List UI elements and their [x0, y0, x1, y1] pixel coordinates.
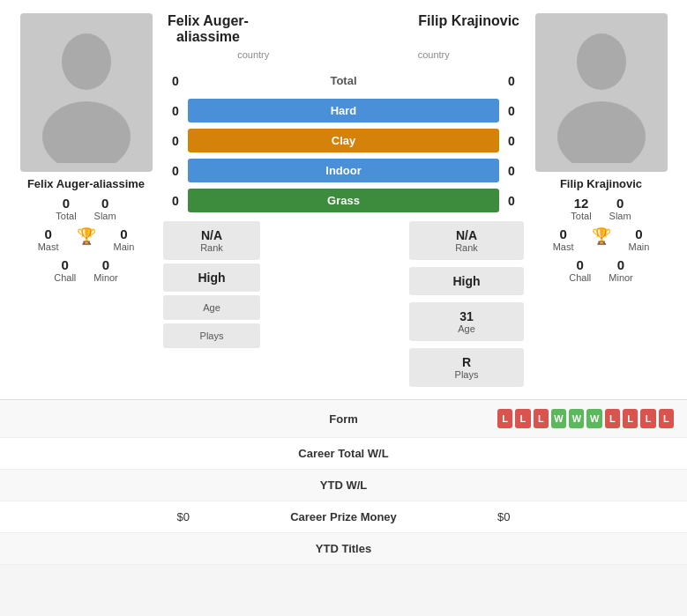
right-high-value: High [416, 274, 517, 288]
form-badge-l: L [497, 409, 512, 428]
surface-row-grass: 0 Grass 0 [163, 187, 524, 214]
right-rank-box: N/A Rank [409, 221, 524, 260]
left-plays-box: Plays [163, 323, 260, 348]
stat-slam-left: 0 Slam [94, 196, 116, 221]
stat-chall-right: 0 Chall [569, 257, 591, 283]
country-row: country country [163, 49, 524, 60]
stat-mast-right-value: 0 [559, 226, 566, 241]
score-grass-right: 0 [499, 194, 524, 208]
player-right-stats-row1: 12 Total 0 Slam [571, 196, 631, 221]
score-total-left: 0 [163, 74, 188, 88]
player-left-name: Felix Auger-aliassime [27, 177, 145, 190]
form-badge-l: L [605, 409, 620, 428]
form-badge-l: L [534, 409, 549, 428]
right-plays-value: R [416, 355, 517, 369]
stat-slam-right: 0 Slam [609, 196, 631, 221]
surface-row-clay: 0 Clay 0 [163, 127, 524, 154]
form-badge-l: L [515, 409, 530, 428]
player-left-name-center: Felix Auger-aliassime [168, 13, 249, 45]
info-boxes-row: N/A Rank High Age Plays [163, 221, 524, 390]
stat-slam-left-label: Slam [94, 211, 116, 221]
player-right: Filip Krajinovic 12 Total 0 Slam 0 Mast … [524, 13, 678, 390]
player-left-stats-row2: 0 Mast 🏆 0 Main [38, 226, 135, 252]
score-indoor-left: 0 [163, 164, 188, 178]
right-age-box: 31 Age [409, 302, 524, 341]
surface-scores: 0 Total 0 0 Hard 0 0 Clay 0 [163, 67, 524, 214]
stat-slam-right-value: 0 [616, 196, 624, 211]
score-hard-left: 0 [163, 104, 188, 118]
career-wl-label: Career Total W/L [190, 447, 497, 460]
player-right-name-center: Filip Krajinovic [418, 13, 519, 45]
score-clay-right: 0 [499, 134, 524, 148]
stat-total-left-label: Total [56, 211, 76, 221]
right-plays-label: Plays [416, 369, 517, 380]
stat-chall-right-value: 0 [577, 257, 584, 272]
player-right-name: Filip Krajinovic [560, 177, 642, 190]
stat-minor-right-value: 0 [617, 257, 624, 272]
stat-main-left: 0 Main [114, 226, 135, 252]
left-rank-value: N/A [172, 228, 251, 242]
surface-hard-badge: Hard [188, 99, 499, 122]
player-left-stats-row3: 0 Chall 0 Minor [54, 257, 118, 283]
player-right-stats-row3: 0 Chall 0 Minor [569, 257, 633, 283]
form-label: Form [190, 412, 497, 426]
career-prize-label: Career Prize Money [190, 510, 497, 523]
stat-main-right-value: 0 [635, 226, 642, 241]
career-prize-left: $0 [13, 510, 190, 523]
right-high-box: High [409, 267, 524, 295]
stat-slam-left-value: 0 [101, 196, 108, 211]
players-section: Felix Auger-aliassime 0 Total 0 Slam 0 M… [0, 0, 687, 399]
career-wl-row: Career Total W/L [0, 438, 687, 470]
bottom-section: Form LLLWWWLLLL Career Total W/L YTD W/L… [0, 399, 687, 565]
surface-indoor-badge: Indoor [188, 159, 499, 182]
player-left-avatar [20, 13, 153, 172]
player-right-avatar [535, 13, 668, 172]
stat-chall-left-value: 0 [62, 257, 69, 272]
stat-chall-left-label: Chall [54, 272, 76, 283]
stat-total-right: 12 Total [571, 196, 591, 221]
surface-row-hard: 0 Hard 0 [163, 97, 524, 124]
score-grass-left: 0 [163, 194, 188, 208]
score-indoor-right: 0 [499, 164, 524, 178]
stat-chall-right-label: Chall [569, 272, 591, 283]
trophy-right-icon: 🏆 [592, 226, 611, 246]
left-age-box: Age [163, 295, 260, 320]
right-plays-box: R Plays [409, 348, 524, 387]
stat-total-right-label: Total [571, 211, 591, 221]
left-high-box: High [163, 263, 260, 292]
form-row: Form LLLWWWLLLL [0, 400, 687, 438]
svg-point-0 [62, 33, 111, 90]
surface-grass-badge: Grass [188, 189, 499, 212]
country-right: country [418, 49, 450, 60]
stat-minor-left-label: Minor [93, 272, 118, 283]
country-left: country [237, 49, 269, 60]
score-total-right: 0 [499, 74, 524, 88]
main-container: Felix Auger-aliassime 0 Total 0 Slam 0 M… [0, 0, 687, 565]
form-badge-l: L [623, 409, 638, 428]
stat-minor-right-label: Minor [609, 272, 633, 283]
center-area: Felix Auger-aliassime Filip Krajinovic c… [163, 13, 524, 390]
left-rank-label: Rank [172, 242, 251, 253]
career-prize-right: $0 [497, 510, 674, 523]
stat-minor-left: 0 Minor [93, 257, 118, 283]
form-badge-l: L [659, 409, 674, 428]
stat-mast-left-value: 0 [44, 226, 51, 241]
stat-main-left-label: Main [114, 241, 135, 252]
score-hard-right: 0 [499, 104, 524, 118]
ytd-titles-label: YTD Titles [190, 542, 497, 555]
form-badges: LLLWWWLLLL [497, 409, 674, 428]
stat-main-left-value: 0 [120, 226, 127, 241]
stat-minor-left-value: 0 [102, 257, 109, 272]
surface-total-badge: Total [188, 69, 499, 93]
names-header: Felix Auger-aliassime Filip Krajinovic [163, 13, 524, 45]
stat-slam-right-label: Slam [609, 211, 631, 221]
player-left: Felix Auger-aliassime 0 Total 0 Slam 0 M… [9, 13, 163, 390]
stat-mast-left: 0 Mast [38, 226, 59, 252]
svg-point-1 [42, 101, 131, 163]
stat-main-right: 0 Main [629, 226, 650, 252]
trophy-left: 🏆 [77, 226, 96, 252]
ytd-titles-row: YTD Titles [0, 533, 687, 565]
stat-minor-right: 0 Minor [609, 257, 633, 283]
left-age-label: Age [172, 302, 251, 313]
score-clay-left: 0 [163, 134, 188, 148]
